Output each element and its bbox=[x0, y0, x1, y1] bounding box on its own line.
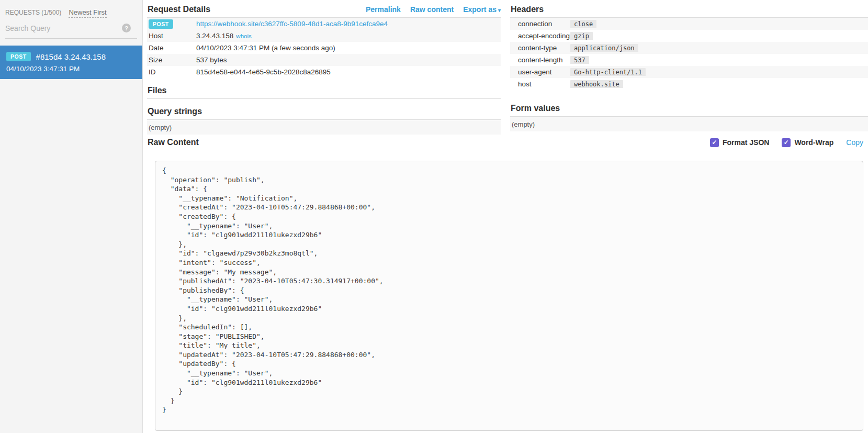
detail-value: 04/10/2023 3:47:31 PM (a few seconds ago… bbox=[196, 44, 501, 52]
header-value: application/json bbox=[570, 44, 868, 52]
checkbox-checked-icon: ✓ bbox=[782, 138, 791, 147]
header-value-chip: application/json bbox=[570, 44, 638, 52]
webhook-site-app: REQUESTS (1/500) Newest First ? POST #81… bbox=[0, 0, 868, 433]
header-value: 537 bbox=[570, 56, 868, 64]
left-column: Request Details Permalink Raw content Ex… bbox=[147, 3, 501, 135]
detail-key: Size bbox=[149, 56, 196, 64]
header-value: Go-http-client/1.1 bbox=[570, 68, 868, 76]
header-value: close bbox=[570, 20, 868, 28]
request-details-header: Request Details Permalink Raw content Ex… bbox=[147, 3, 501, 18]
detail-key: ID bbox=[149, 68, 196, 76]
request-url-link[interactable]: https://webhook.site/c3627ffc-5809-48d1-… bbox=[196, 20, 388, 28]
permalink-link[interactable]: Permalink bbox=[366, 5, 401, 14]
header-key: accept-encoding bbox=[518, 32, 570, 40]
detail-key: POST bbox=[149, 20, 196, 28]
word-wrap-label: Word-Wrap bbox=[794, 138, 833, 147]
request-details-table: POST https://webhook.site/c3627ffc-5809-… bbox=[147, 18, 501, 78]
header-value: webhook.site bbox=[570, 80, 868, 88]
files-section: Files bbox=[147, 84, 501, 99]
search-bar: ? bbox=[5, 24, 137, 39]
header-key: host bbox=[518, 80, 570, 88]
detail-key: Host bbox=[149, 32, 196, 40]
raw-content-header: Raw Content ✓ Format JSON ✓ Word-Wrap Co… bbox=[147, 138, 863, 147]
form-values-section: Form values (empty) bbox=[510, 102, 868, 131]
header-value-chip: 537 bbox=[570, 56, 589, 64]
word-wrap-checkbox[interactable]: ✓ Word-Wrap bbox=[782, 138, 833, 147]
main-panel: Request Details Permalink Raw content Ex… bbox=[143, 0, 868, 433]
detail-value: 537 bytes bbox=[196, 56, 501, 64]
form-values-title: Form values bbox=[510, 102, 868, 117]
headers-title: Headers bbox=[510, 3, 868, 18]
export-as-dropdown[interactable]: Export as▾ bbox=[463, 5, 501, 14]
whois-link[interactable]: whois bbox=[236, 33, 251, 39]
form-values-empty: (empty) bbox=[510, 117, 868, 131]
table-row: connectionclose bbox=[510, 18, 868, 30]
detail-key: Date bbox=[149, 44, 196, 52]
method-badge: POST bbox=[6, 52, 31, 61]
request-item-title: POST #815d4 3.24.43.158 bbox=[6, 52, 136, 61]
format-json-checkbox[interactable]: ✓ Format JSON bbox=[710, 138, 769, 147]
query-strings-title: Query strings bbox=[147, 105, 501, 120]
help-icon[interactable]: ? bbox=[122, 24, 131, 32]
table-row-method-url: POST https://webhook.site/c3627ffc-5809-… bbox=[147, 18, 501, 30]
table-row: content-typeapplication/json bbox=[510, 42, 868, 54]
query-strings-section: Query strings (empty) bbox=[147, 105, 501, 135]
table-row: hostwebhook.site bbox=[510, 78, 868, 90]
header-value-chip: Go-http-client/1.1 bbox=[570, 68, 646, 76]
table-row: Size537 bytes bbox=[147, 54, 501, 66]
requests-count-label: REQUESTS (1/500) bbox=[5, 9, 61, 16]
method-badge: POST bbox=[149, 19, 173, 29]
raw-content-controls: ✓ Format JSON ✓ Word-Wrap Copy bbox=[710, 138, 863, 147]
query-strings-empty: (empty) bbox=[147, 120, 501, 135]
sidebar-header: REQUESTS (1/500) Newest First bbox=[0, 0, 142, 24]
copy-button[interactable]: Copy bbox=[846, 138, 863, 147]
files-title: Files bbox=[147, 84, 501, 99]
table-row: ID815d4e58-e044-4e65-9c5b-2028c8a26895 bbox=[147, 66, 501, 78]
table-row: Date04/10/2023 3:47:31 PM (a few seconds… bbox=[147, 42, 501, 54]
table-row: content-length537 bbox=[510, 54, 868, 66]
header-value: gzip bbox=[570, 32, 868, 40]
detail-value: https://webhook.site/c3627ffc-5809-48d1-… bbox=[196, 20, 501, 28]
table-row: accept-encodinggzip bbox=[510, 30, 868, 42]
request-details-title: Request Details bbox=[148, 4, 210, 15]
header-value-chip: close bbox=[570, 20, 596, 28]
request-item-label: #815d4 3.24.43.158 bbox=[36, 52, 106, 61]
table-row: user-agentGo-http-client/1.1 bbox=[510, 66, 868, 78]
header-key: content-length bbox=[518, 56, 570, 64]
header-key: user-agent bbox=[518, 68, 570, 76]
header-key: connection bbox=[518, 20, 570, 28]
checkbox-checked-icon: ✓ bbox=[710, 138, 719, 147]
requests-sidebar: REQUESTS (1/500) Newest First ? POST #81… bbox=[0, 0, 143, 433]
detail-value: 815d4e58-e044-4e65-9c5b-2028c8a26895 bbox=[196, 68, 501, 76]
request-details-rows: Host3.24.43.158whoisDate04/10/2023 3:47:… bbox=[147, 30, 501, 78]
table-row: Host3.24.43.158whois bbox=[147, 30, 501, 42]
detail-columns: Request Details Permalink Raw content Ex… bbox=[147, 3, 868, 135]
header-key: content-type bbox=[518, 44, 570, 52]
raw-content-section: Raw Content ✓ Format JSON ✓ Word-Wrap Co… bbox=[147, 138, 868, 431]
format-json-label: Format JSON bbox=[723, 138, 769, 147]
request-item-timestamp: 04/10/2023 3:47:31 PM bbox=[6, 65, 136, 73]
caret-down-icon: ▾ bbox=[498, 7, 501, 13]
raw-content-body: { "operation": "publish", "data": { "__t… bbox=[155, 161, 863, 431]
raw-content-title: Raw Content bbox=[147, 138, 199, 147]
header-value-chip: gzip bbox=[570, 32, 593, 40]
search-input[interactable] bbox=[5, 24, 127, 32]
sort-order-toggle[interactable]: Newest First bbox=[69, 8, 106, 18]
request-list-item[interactable]: POST #815d4 3.24.43.158 04/10/2023 3:47:… bbox=[0, 46, 142, 79]
right-column: Headers connectioncloseaccept-encodinggz… bbox=[510, 3, 868, 135]
raw-content-link[interactable]: Raw content bbox=[410, 5, 454, 14]
export-as-label: Export as bbox=[463, 5, 497, 14]
headers-table: connectioncloseaccept-encodinggzipconten… bbox=[510, 18, 868, 90]
header-value-chip: webhook.site bbox=[570, 80, 623, 88]
detail-value: 3.24.43.158whois bbox=[196, 32, 501, 40]
request-details-actions: Permalink Raw content Export as▾ bbox=[366, 5, 501, 14]
